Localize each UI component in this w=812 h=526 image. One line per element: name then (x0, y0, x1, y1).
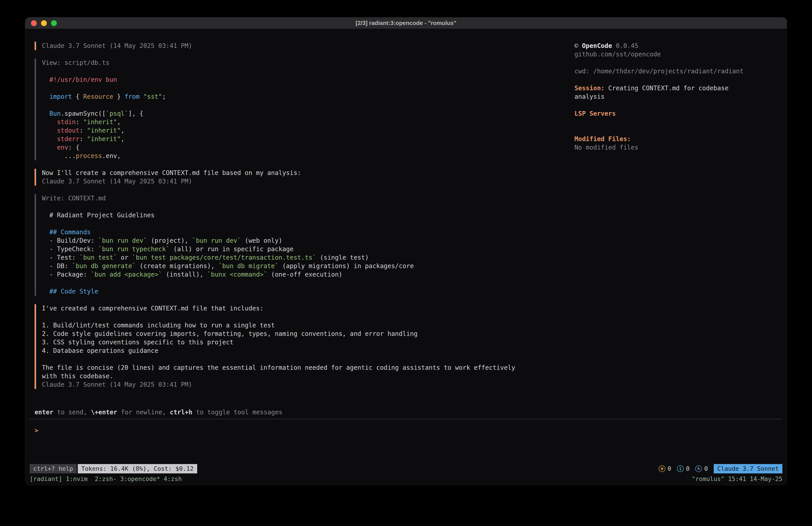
conversation-column: Claude 3.7 Sonnet (14 May 2025 03:41 PM)… (34, 42, 565, 397)
close-button[interactable] (31, 20, 37, 26)
text-line (42, 279, 565, 287)
tool-body: # Radiant Project Guidelines ## Commands… (42, 203, 565, 296)
text-line: 2. Code style guidelines covering import… (42, 330, 565, 338)
copyright-icon: © (575, 42, 578, 49)
text-line: 4. Database operations guidance (42, 346, 565, 355)
text-line: Claude 3.7 Sonnet (14 May 2025 03:41 PM) (42, 177, 565, 186)
text-line (42, 67, 565, 75)
tool-block-write: Write: CONTEXT.md # Radiant Project Guid… (34, 194, 565, 296)
text-line: # Radiant Project Guidelines (42, 211, 565, 219)
sidebar-spacer (575, 59, 757, 67)
text-line: Claude 3.7 Sonnet (14 May 2025 03:41 PM) (42, 381, 565, 389)
message-input[interactable] (42, 426, 782, 435)
app-logo-line: © OpenCode 0.0.45 (575, 42, 757, 50)
text-line: - Package: `bun add <package>` (install)… (42, 270, 565, 279)
text-line: stdout: "inherit", (42, 126, 565, 135)
info-count: 0 (686, 465, 690, 473)
text-line: Bun.spawnSync([`psql`], { (42, 110, 565, 118)
hint-count: 0 (704, 465, 708, 473)
text-line: Claude 3.7 Sonnet (14 May 2025 03:41 PM) (42, 42, 565, 50)
text-line: - DB: `bun db generate` (create migratio… (42, 262, 565, 270)
message-block: Claude 3.7 Sonnet (14 May 2025 03:41 PM) (34, 42, 565, 50)
message-block: Now I'll create a comprehensive CONTEXT.… (34, 169, 565, 186)
prompt-symbol: > (34, 426, 38, 435)
keybind-help: enter to send, \+enter for newline, ctrl… (30, 408, 782, 416)
app-version: 0.0.45 (616, 42, 638, 49)
tmux-host-clock: "romulus" 15:41 14-May-25 (692, 475, 782, 483)
text-line: 1. Build/lint/test commands including ho… (42, 321, 565, 330)
text-line: I've created a comprehensive CONTEXT.md … (42, 304, 565, 313)
diagnostic-warning: W 0 (659, 465, 671, 473)
window-title: [2/3] radiant:3:opencode - "romulus" (356, 19, 456, 27)
sidebar-spacer (575, 118, 757, 126)
tokens-cost-badge: Tokens: 16.4K (8%), Cost: $0.12 (78, 464, 197, 473)
text-line: - Test: `bun test` or `bun test packages… (42, 253, 565, 262)
window-titlebar: [2/3] radiant:3:opencode - "romulus" (25, 17, 787, 29)
repo-url: github.com/sst/opencode (575, 50, 757, 59)
text-line (42, 203, 565, 211)
prompt-line: > (30, 426, 782, 435)
warning-icon: W (659, 465, 665, 472)
text-line: ## Code Style (42, 287, 565, 296)
modified-files-label: Modified Files: (575, 135, 757, 143)
tool-title: Write: CONTEXT.md (42, 194, 565, 203)
text-line: stderr: "inherit", (42, 135, 565, 143)
tool-body: #!/usr/bin/env bun import { Resource } f… (42, 67, 565, 160)
text-line: Now I'll create a comprehensive CONTEXT.… (42, 169, 565, 177)
text-line: env: { (42, 143, 565, 152)
cwd-line: cwd: /home/thdxr/dev/projects/radiant/ra… (575, 67, 757, 75)
terminal-pane: Claude 3.7 Sonnet (14 May 2025 03:41 PM)… (25, 29, 787, 485)
minimize-button[interactable] (41, 20, 47, 26)
info-icon: i (677, 465, 684, 472)
sidebar-spacer (575, 101, 757, 110)
text-line: - TypeCheck: `bun run typecheck` (all) o… (42, 245, 565, 253)
lsp-servers-label: LSP Servers (575, 110, 757, 118)
help-badge[interactable]: ctrl+? help (30, 464, 77, 473)
text-line (42, 101, 565, 110)
text-line: ## Commands (42, 228, 565, 237)
text-line (42, 219, 565, 228)
zoom-button[interactable] (51, 20, 57, 26)
sidebar-spacer (575, 75, 757, 84)
message-body: Claude 3.7 Sonnet (14 May 2025 03:41 PM) (42, 42, 565, 50)
message-body: Now I'll create a comprehensive CONTEXT.… (42, 169, 565, 186)
sidebar-spacer (575, 126, 757, 135)
modified-files-value: No modified files (575, 143, 757, 152)
session-line: Session:Creating CONTEXT.md for codebase… (575, 84, 757, 101)
text-line: #!/usr/bin/env bun (42, 75, 565, 84)
sidebar: © OpenCode 0.0.45 github.com/sst/opencod… (575, 42, 757, 152)
warning-count: 0 (668, 465, 671, 473)
text-line: - Build/Dev: `bun run dev` (project), `b… (42, 237, 565, 245)
traffic-lights (31, 17, 57, 29)
text-line: import { Resource } from "sst"; (42, 93, 565, 101)
status-left: ctrl+? help Tokens: 16.4K (8%), Cost: $0… (30, 464, 197, 473)
text-line: 3. CSS styling conventions specific to t… (42, 338, 565, 346)
app-name: OpenCode (582, 42, 612, 49)
tool-block-view: View: script/db.ts #!/usr/bin/env bun im… (34, 59, 565, 160)
text-line (42, 355, 565, 364)
message-block: I've created a comprehensive CONTEXT.md … (34, 304, 565, 389)
text-line (42, 84, 565, 93)
text-line: with this codebase. (42, 372, 565, 381)
app-window: [2/3] radiant:3:opencode - "romulus" Cla… (25, 17, 787, 485)
text-line: The file is concise (20 lines) and captu… (42, 364, 565, 372)
hint-icon: h (695, 465, 702, 472)
input-divider (30, 419, 782, 419)
session-label: Session: (575, 84, 605, 92)
text-line: enter to send, \+enter for newline, ctrl… (34, 408, 782, 416)
text-line: stdin: "inherit", (42, 118, 565, 126)
tmux-status-bar: [radiant] 1:nvim 2:zsh- 3:opencode* 4:zs… (30, 475, 782, 483)
status-right: W 0 i 0 h 0 Claude 3.7 Sonnet (659, 464, 782, 473)
tmux-window-list[interactable]: [radiant] 1:nvim 2:zsh- 3:opencode* 4:zs… (30, 475, 182, 483)
text-line: ...process.env, (42, 152, 565, 160)
input-area: enter to send, \+enter for newline, ctrl… (30, 408, 782, 435)
status-bar: ctrl+? help Tokens: 16.4K (8%), Cost: $0… (30, 464, 782, 473)
diagnostic-hint: h 0 (695, 465, 708, 473)
diagnostic-info: i 0 (677, 465, 690, 473)
text-line (42, 313, 565, 321)
tool-title: View: script/db.ts (42, 59, 565, 67)
model-badge: Claude 3.7 Sonnet (714, 464, 782, 473)
message-body: I've created a comprehensive CONTEXT.md … (42, 304, 565, 389)
